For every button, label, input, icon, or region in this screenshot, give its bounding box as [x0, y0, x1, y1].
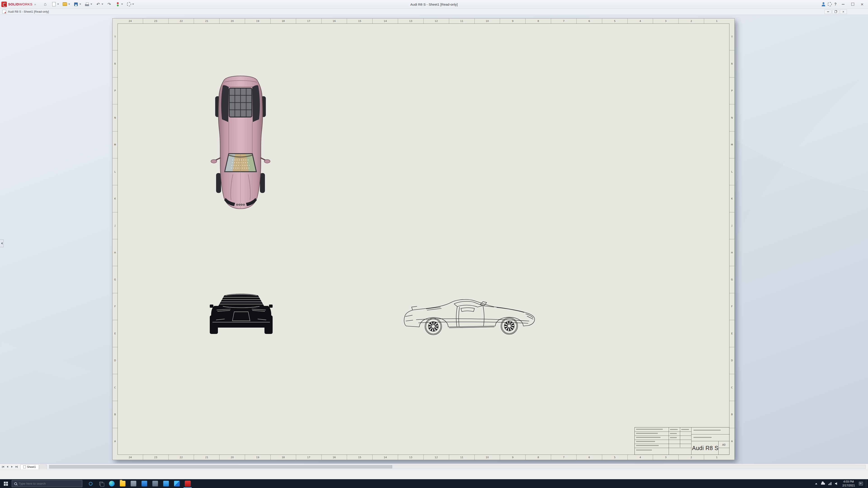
options-button[interactable] [125, 1, 135, 7]
task-view-button[interactable] [96, 479, 106, 488]
app-icon-5[interactable] [171, 479, 182, 488]
new-document-button[interactable] [51, 1, 60, 7]
brand-text: SOLIDWORKS [8, 2, 33, 6]
sheet-tab-sheet1[interactable]: Sheet1 [20, 464, 39, 469]
zone-label: 24 [118, 19, 143, 24]
front-view-drawing[interactable] [210, 292, 273, 335]
document-window-controls [825, 9, 847, 14]
horizontal-scrollbar[interactable] [49, 465, 866, 469]
taskbar-clock[interactable]: 4:03 PM 2/17/2021 [840, 479, 857, 488]
zone-label: A [113, 428, 118, 455]
dropdown-caret-icon[interactable] [121, 4, 123, 5]
zone-label: 4 [628, 19, 653, 24]
cloud-icon [821, 483, 825, 485]
side-view-drawing[interactable] [403, 293, 538, 339]
solidworks-icon[interactable] [182, 479, 193, 488]
zone-label: 15 [347, 19, 373, 24]
help-icon[interactable] [833, 2, 838, 7]
action-center-button[interactable] [859, 482, 863, 485]
print-button[interactable] [84, 1, 93, 7]
document-titlebar: Audi R8 S - Sheet1 [Read-only] [0, 8, 868, 15]
drawing-sheet[interactable]: 242322212019181716151413121110987654321 … [112, 18, 735, 460]
search-input[interactable] [19, 482, 73, 485]
close-button[interactable] [858, 1, 867, 8]
zone-ruler-bottom: 242322212019181716151413121110987654321 [118, 455, 730, 460]
top-view-drawing[interactable] [210, 74, 271, 210]
tray-expand-button[interactable] [813, 479, 819, 488]
zone-label: 23 [143, 455, 168, 460]
zone-label: 16 [322, 19, 347, 24]
sheet-nav-last-button[interactable] [14, 465, 19, 469]
volume-tray-button[interactable] [833, 479, 840, 488]
dropdown-caret-icon[interactable] [132, 4, 134, 5]
zone-label: M [730, 131, 735, 158]
minimize-button[interactable] [839, 1, 848, 8]
zone-label: 18 [271, 455, 296, 460]
taskbar-search[interactable] [12, 480, 82, 487]
settings-gear-icon[interactable] [827, 2, 832, 7]
zone-label: D [113, 347, 118, 374]
graphics-viewport[interactable]: 242322212019181716151413121110987654321 … [0, 15, 868, 464]
zone-label: 5 [602, 19, 628, 24]
zone-label: G [730, 266, 735, 293]
zone-label: 18 [271, 19, 296, 24]
save-button[interactable] [72, 1, 82, 7]
zone-label: 6 [577, 455, 602, 460]
horizontal-scrollbar-thumb[interactable] [49, 465, 392, 468]
rebuild-button[interactable] [114, 1, 124, 7]
sheet-nav-first-button[interactable] [1, 465, 5, 469]
toolbar-icon [42, 2, 48, 7]
dropdown-caret-icon[interactable] [90, 4, 92, 5]
document-restore-button[interactable] [832, 9, 839, 14]
zone-label: D [730, 347, 735, 374]
panel-collapse-arrow[interactable] [0, 239, 4, 247]
sheet-nav-next-button[interactable] [10, 465, 14, 469]
zone-label: 2 [679, 455, 704, 460]
windows-taskbar: 4:03 PM 2/17/2021 [0, 479, 868, 488]
app-icon-1[interactable] [128, 479, 139, 488]
document-close-button[interactable] [840, 9, 847, 14]
zone-label: E [113, 320, 118, 347]
app-icon-2[interactable] [139, 479, 150, 488]
app-icon-3[interactable] [150, 479, 160, 488]
zone-label: 11 [449, 455, 475, 460]
app-glyph [185, 481, 191, 486]
toolbar-icon [73, 2, 79, 7]
dropdown-caret-icon[interactable] [68, 4, 70, 5]
zone-label: A [730, 428, 735, 455]
solidworks-logo[interactable]: SOLIDWORKS » [1, 2, 36, 7]
dropdown-caret-icon[interactable] [101, 4, 103, 5]
network-tray-button[interactable] [827, 479, 833, 488]
file-explorer-icon[interactable] [117, 479, 128, 488]
edge-icon[interactable] [106, 479, 117, 488]
redo-button[interactable] [106, 1, 113, 7]
app-glyph [163, 481, 169, 486]
sheet-nav-prev-button[interactable] [5, 465, 9, 469]
maximize-button[interactable] [848, 1, 857, 8]
dropdown-caret-icon[interactable] [79, 4, 81, 5]
menu-expand-arrow-icon[interactable]: » [34, 2, 36, 6]
zone-label: 7 [551, 19, 577, 24]
clock-time: 4:03 PM [843, 480, 854, 484]
sheet-inner-border [118, 24, 730, 455]
title-block[interactable]: Audi R8 S A0 [634, 427, 730, 455]
solidworks-window: SOLIDWORKS » [0, 0, 868, 488]
open-button[interactable] [61, 1, 71, 7]
start-button[interactable] [0, 479, 12, 488]
onedrive-tray-button[interactable] [819, 479, 827, 488]
user-login-icon[interactable] [820, 1, 827, 7]
home-button[interactable] [42, 1, 49, 7]
app-titlebar: SOLIDWORKS » [0, 0, 868, 8]
zone-label: 8 [526, 455, 551, 460]
undo-button[interactable] [95, 1, 104, 7]
show-desktop-button[interactable] [866, 479, 868, 488]
sheet-tab-stub[interactable] [39, 464, 47, 469]
dropdown-caret-icon[interactable] [57, 4, 59, 5]
zone-label: P [113, 77, 118, 104]
app-icon-4[interactable] [160, 479, 171, 488]
zone-label: 21 [194, 19, 219, 24]
cortana-button[interactable] [86, 479, 96, 488]
zone-label: F [113, 293, 118, 320]
document-minimize-button[interactable] [825, 9, 831, 14]
zone-label: L [113, 158, 118, 185]
